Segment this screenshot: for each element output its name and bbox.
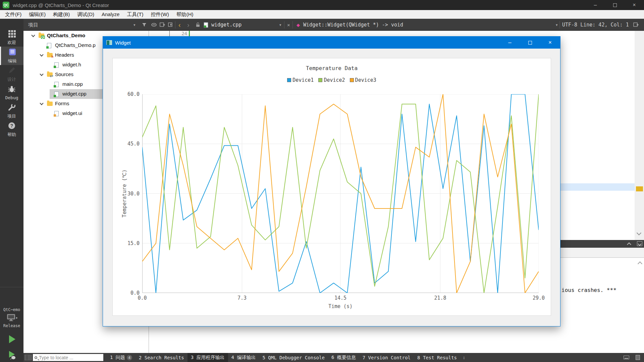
- sidebar-mode-debug[interactable]: Debug: [0, 83, 23, 102]
- editor-gutter-divider: [169, 31, 170, 36]
- output-pane-button-5[interactable]: 5 QML Debugger Console: [259, 353, 328, 362]
- issues-count-badge: 4: [127, 355, 132, 360]
- output-pane-titlebar: [560, 240, 644, 248]
- menu-item-f[interactable]: 文件(F): [1, 10, 25, 19]
- x-tick-label: 21.8: [430, 295, 450, 301]
- output-pane-button-1[interactable]: 1 问题4: [107, 353, 136, 362]
- locator[interactable]: [33, 354, 103, 361]
- link-with-editor-icon[interactable]: [151, 19, 157, 31]
- output-pane-button-6[interactable]: 6 概要信息: [328, 353, 359, 362]
- close-document-icon[interactable]: ×: [287, 19, 290, 31]
- edit-document-icon: [8, 48, 16, 57]
- maximize-button[interactable]: [605, 0, 625, 10]
- split-editor-icon[interactable]: [633, 19, 639, 31]
- kit-selector[interactable]: QtC⋯emo ▸ Release: [0, 287, 23, 362]
- minimize-button[interactable]: –: [586, 0, 605, 10]
- popout-output-icon[interactable]: [637, 241, 642, 246]
- tree-expander-icon[interactable]: [40, 53, 43, 56]
- sidebar-mode-help[interactable]: ?帮助: [0, 120, 23, 139]
- run-button[interactable]: [0, 334, 23, 346]
- output-pane-button-7[interactable]: 7 Version Control: [359, 353, 414, 362]
- current-line-highlight: [560, 183, 635, 191]
- widget-close-button[interactable]: ×: [540, 37, 560, 49]
- menu-item-d[interactable]: 调试(D): [73, 10, 98, 19]
- sidebar-mode-label: 编辑: [8, 58, 17, 64]
- tree-expander-icon[interactable]: [31, 33, 35, 37]
- split-pane-icon[interactable]: [168, 19, 173, 31]
- output-pane-button-8[interactable]: 8 Test Results: [414, 353, 460, 362]
- output-pane-button-2[interactable]: 2 Search Results: [136, 353, 187, 362]
- file-mark: [54, 66, 56, 68]
- sidebar-mode-label: 设计: [7, 76, 16, 82]
- menubar: 文件(F)编辑(E)构建(B)调试(D)Analyze工具(T)控件(W)帮助(…: [0, 10, 644, 19]
- symbol-kind-icon: ◆: [297, 19, 300, 31]
- menu-item-t[interactable]: 工具(T): [123, 10, 147, 19]
- tree-expander-icon[interactable]: [40, 72, 43, 76]
- widget-app-window[interactable]: Widget – × Temperature Data Device1Devic…: [103, 36, 560, 326]
- widget-window-title: Widget: [115, 40, 131, 46]
- legend-item-device3[interactable]: Device3: [350, 77, 376, 83]
- chart-title: Temperature Data: [113, 65, 551, 71]
- folder-ui-icon: [47, 102, 53, 106]
- kit-monitor-icon[interactable]: ▸: [0, 313, 23, 323]
- output-pane-button-label: 3 应用程序输出: [191, 355, 225, 361]
- file-type-icon: [204, 19, 209, 31]
- nav-back-icon[interactable]: ‹: [178, 19, 181, 31]
- y-tick-label: 30.0: [119, 191, 140, 197]
- svg-text:▸: ▸: [16, 316, 17, 319]
- current-symbol-combo[interactable]: Widget::Widget(QWidget *) -> void: [303, 19, 403, 31]
- kit-build-config: Release: [0, 323, 23, 328]
- toggle-progress-details-icon[interactable]: [624, 356, 629, 359]
- sidebar-mode-design-pencil: 设计: [0, 65, 23, 83]
- menu-item-h[interactable]: 帮助(H): [173, 10, 197, 19]
- widget-window-titlebar[interactable]: Widget – ×: [103, 37, 560, 49]
- nav-forward-icon[interactable]: ›: [187, 19, 190, 31]
- menu-item-w[interactable]: 控件(W): [147, 10, 173, 19]
- pane-dropdown-icon[interactable]: ▾: [133, 19, 136, 31]
- output-pane-button-3[interactable]: 3 应用程序输出: [187, 353, 228, 362]
- file-combo-caret-icon[interactable]: ▾: [279, 19, 281, 31]
- sidebar-mode-welcome-grid[interactable]: 欢迎: [0, 28, 23, 47]
- locator-input[interactable]: [39, 355, 103, 360]
- toggle-left-sidebar-icon[interactable]: [24, 355, 32, 360]
- close-button[interactable]: ×: [625, 0, 644, 10]
- sidebar-mode-edit-document[interactable]: 编辑: [0, 47, 23, 65]
- statusbar: 1 问题42 Search Results3 应用程序输出4 编译输出5 QML…: [23, 353, 644, 362]
- debug-run-button[interactable]: [0, 350, 23, 362]
- output-pane-button-label: 4 编译输出: [231, 355, 256, 361]
- cursor-position-status: UTF-8 Line: 42, Col: 1: [562, 19, 629, 31]
- menu-item-analyze[interactable]: Analyze: [98, 10, 123, 19]
- file-mark: [54, 114, 56, 117]
- legend-item-device2[interactable]: Device2: [318, 77, 345, 83]
- widget-minimize-button[interactable]: –: [500, 37, 520, 49]
- widget-maximize-button[interactable]: [520, 37, 540, 49]
- output-panes-expand-icon[interactable]: ↕: [460, 355, 468, 360]
- y-tick-label: 45.0: [119, 141, 140, 147]
- output-pane-button-label: 5 QML Debugger Console: [262, 355, 324, 360]
- output-pane-button-label: 1 问题: [110, 355, 125, 361]
- sidebar-mode-projects-wrench[interactable]: 项目: [0, 102, 23, 120]
- tree-item-label: Forms: [55, 101, 69, 106]
- legend-swatch-icon: [350, 78, 354, 82]
- titlebar: QC widget.cpp @ QtCharts_Demo - Qt Creat…: [0, 0, 644, 10]
- window-title: widget.cpp @ QtCharts_Demo - Qt Creator: [13, 2, 109, 8]
- collapse-output-icon[interactable]: [627, 242, 631, 247]
- symbol-caret-icon[interactable]: ▾: [556, 19, 558, 31]
- menu-item-b[interactable]: 构建(B): [49, 10, 73, 19]
- sidebar-mode-label: 欢迎: [7, 40, 16, 46]
- tree-expander-icon[interactable]: [40, 101, 43, 105]
- legend-item-device1[interactable]: Device1: [287, 77, 314, 83]
- file-mark: [54, 85, 56, 87]
- output-pane-button-4[interactable]: 4 编译输出: [228, 353, 259, 362]
- open-file-combo[interactable]: widget.cpp: [211, 19, 241, 31]
- add-pane-icon[interactable]: [160, 19, 165, 31]
- filter-icon[interactable]: [142, 19, 147, 31]
- output-scroll-up-icon[interactable]: [638, 261, 642, 266]
- output-pane-toolbar: [560, 248, 644, 258]
- scrollbar-down-icon[interactable]: [637, 231, 641, 235]
- menu-item-e[interactable]: 编辑(E): [25, 10, 49, 19]
- editor-scrollbar[interactable]: [635, 31, 644, 240]
- toolbar-divider: [559, 21, 560, 28]
- toggle-right-sidebar-icon[interactable]: [636, 355, 640, 360]
- x-tick-label: 14.5: [330, 295, 351, 301]
